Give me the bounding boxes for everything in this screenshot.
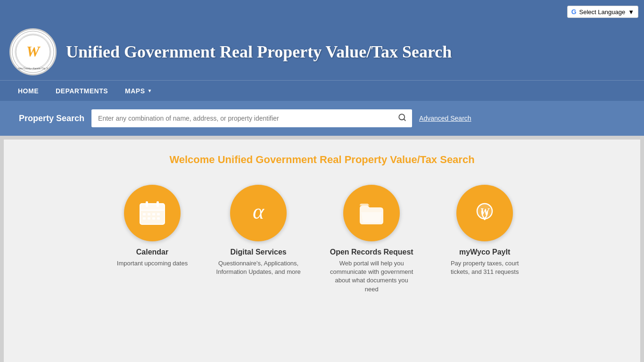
svg-rect-11 [146,201,148,207]
main-content: Welcome Unified Government Real Property… [4,140,640,362]
nav-maps[interactable]: MAPS ▼ [116,81,161,101]
calendar-icon [138,199,166,227]
wyco-icon: W [471,199,499,227]
svg-rect-18 [148,217,150,220]
g-letter-blue: G [571,8,577,16]
svg-rect-20 [157,217,160,220]
cards-row: Calendar Important upcoming dates α Digi… [13,185,631,294]
svg-rect-15 [152,213,155,215]
mywyco-title: myWyco PayIt [459,248,510,256]
top-bar: G Select Language ▼ [0,0,644,24]
search-icon [398,113,406,122]
nav-departments[interactable]: DEPARTMENTS [47,81,116,101]
google-translate-widget[interactable]: G Select Language ▼ [567,6,638,18]
mywyco-desc: Pay property taxes, court tickets, and 3… [442,259,527,276]
svg-rect-13 [143,213,146,215]
card-mywyco[interactable]: W myWyco PayIt Pay property taxes, court… [442,185,527,294]
svg-rect-12 [157,201,159,207]
svg-rect-8 [140,204,165,210]
search-input-wrapper [91,109,412,127]
page-header: W Wyandotte County • Kansas City, Kansas… [0,24,644,80]
svg-rect-14 [148,213,150,215]
calendar-title: Calendar [136,248,168,256]
svg-text:α: α [253,199,264,223]
logo-svg: W Wyandotte County • Kansas City, Kansas [12,31,54,73]
alpha-icon: α [244,199,272,227]
svg-rect-17 [143,217,146,220]
svg-point-25 [484,218,486,220]
calendar-desc: Important upcoming dates [117,259,188,268]
select-language-label: Select Language [579,8,626,16]
translate-arrow: ▼ [628,8,634,16]
calendar-icon-circle [124,185,181,241]
svg-text:W: W [26,43,41,60]
site-title: Unified Government Real Property Value/T… [66,42,635,62]
maps-dropdown-icon: ▼ [147,88,152,93]
svg-text:Wyandotte County • Kansas City: Wyandotte County • Kansas City, Kansas [12,67,54,70]
svg-rect-16 [157,213,160,215]
digital-services-icon-circle: α [230,185,287,241]
main-nav: HOME DEPARTMENTS MAPS ▼ [0,80,644,101]
folder-icon [357,199,386,227]
card-calendar[interactable]: Calendar Important upcoming dates [117,185,188,294]
search-button[interactable] [392,109,412,127]
open-records-icon-circle [343,185,400,241]
nav-home[interactable]: HOME [9,81,47,101]
digital-services-desc: Questionnaire's, Applications, Informati… [216,259,301,276]
digital-services-title: Digital Services [231,248,287,256]
logo: W Wyandotte County • Kansas City, Kansas [9,28,57,75]
svg-line-6 [404,119,405,120]
open-records-title: Open Records Request [330,248,413,256]
advanced-search-link[interactable]: Advanced Search [419,115,471,122]
card-digital-services[interactable]: α Digital Services Questionnaire's, Appl… [216,185,301,294]
svg-rect-19 [152,217,155,220]
mywyco-icon-circle: W [456,185,513,241]
search-section: Property Search Advanced Search [0,101,644,136]
welcome-title: Welcome Unified Government Real Property… [13,154,631,166]
search-input[interactable] [91,110,392,127]
card-open-records[interactable]: Open Records Request Web portal will hel… [329,185,414,294]
search-label: Property Search [19,114,84,123]
open-records-desc: Web portal will help you communicate wit… [329,259,414,294]
